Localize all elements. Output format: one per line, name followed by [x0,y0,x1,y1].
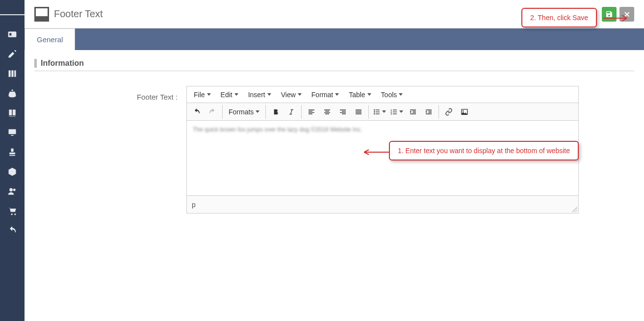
footer-section-icon [34,7,49,22]
editor-text-line: The quick brown fox jumps over the lazy … [193,126,362,133]
nav-media[interactable] [0,123,25,142]
bullet-list-icon [373,108,381,116]
section-title: Information [34,59,634,68]
svg-point-11 [374,111,375,112]
svg-point-7 [9,188,13,191]
menu-format[interactable]: Format [308,88,343,102]
bold-button[interactable] [268,105,283,119]
id-card-icon [7,29,17,39]
image-icon [461,108,468,116]
callout-arrow-1 [364,149,389,156]
money-bag-icon [7,88,17,98]
chevron-down-icon [399,93,403,96]
menu-file[interactable]: File [190,88,215,102]
svg-rect-3 [11,70,13,77]
align-left-icon [308,108,315,116]
callout-step-1: 1. Enter text you want to display at the… [389,141,579,160]
tab-general[interactable]: General [25,28,75,50]
chevron-down-icon [335,93,339,96]
resize-handle[interactable] [571,206,577,212]
numbered-list-icon: 123 [390,108,398,116]
image-button[interactable] [457,105,472,119]
redo-button[interactable] [205,105,220,119]
redo-arrow-icon [208,108,216,116]
menu-view[interactable]: View [277,88,306,102]
users-icon [7,187,17,196]
chevron-down-icon [399,110,403,113]
form-label: Footer Text : [34,86,186,101]
svg-text:3: 3 [391,112,392,115]
bullet-list-dropdown[interactable] [371,106,388,118]
align-right-button[interactable] [335,105,351,119]
cube-icon [7,167,17,177]
svg-rect-20 [393,113,397,114]
nav-pages[interactable] [0,64,25,83]
svg-point-9 [374,109,375,110]
editor-statusbar: p [187,195,578,213]
monitor-icon [7,128,17,137]
chevron-down-icon [207,93,211,96]
italic-button[interactable] [283,105,299,119]
content: Information Footer Text : File Edit Inse… [25,50,644,222]
menu-edit[interactable]: Edit [217,88,242,102]
svg-rect-2 [9,70,11,77]
svg-point-22 [463,110,464,111]
svg-rect-0 [8,31,17,37]
indent-icon [425,108,433,116]
sidebar [0,0,25,321]
columns-icon [7,69,17,79]
align-center-button[interactable] [319,105,335,119]
nav-cart[interactable] [0,201,25,221]
menu-insert[interactable]: Insert [244,88,275,102]
nav-packages[interactable] [0,162,25,182]
nav-money[interactable] [0,83,25,103]
chevron-down-icon [367,93,371,96]
formats-dropdown[interactable]: Formats [225,106,263,118]
align-left-button[interactable] [304,105,319,119]
svg-rect-6 [11,135,14,136]
menu-tools[interactable]: Tools [377,88,407,102]
numbered-list-dropdown[interactable]: 123 [388,106,405,118]
editor-menubar: File Edit Insert View Format Table Tools [187,86,578,103]
nav-forms[interactable] [0,44,25,64]
svg-rect-14 [376,113,380,114]
nav-users[interactable] [0,182,25,201]
page-title: Footer Text [54,8,103,20]
svg-rect-12 [376,111,380,112]
undo-button[interactable] [189,105,205,119]
separator [438,105,439,119]
separator [368,105,369,119]
menu-table[interactable]: Table [345,88,375,102]
menu-toggle[interactable] [0,5,25,25]
editor-toolbar: Formats 123 [187,103,578,121]
element-path[interactable]: p [192,201,196,209]
cart-icon [7,206,17,216]
chevron-down-icon [256,110,259,113]
outdent-icon [409,108,417,116]
bold-icon [272,108,280,116]
svg-rect-18 [393,111,397,112]
align-right-icon [339,108,347,116]
tabbar: General [25,28,644,50]
outdent-button[interactable] [405,105,421,119]
svg-rect-4 [14,70,16,77]
nav-undo[interactable] [0,221,25,241]
svg-rect-5 [9,129,16,134]
svg-point-13 [374,113,375,114]
chevron-down-icon [382,110,386,113]
link-button[interactable] [441,105,457,119]
indent-button[interactable] [421,105,437,119]
book-icon [7,108,17,118]
edit-icon [7,49,17,59]
chevron-down-icon [234,93,238,96]
svg-rect-10 [376,109,380,110]
separator [265,105,266,119]
nav-library[interactable] [0,103,25,123]
section-divider [34,71,634,71]
callout-arrow-2 [603,14,627,23]
nav-approvals[interactable] [0,142,25,162]
chevron-down-icon [298,93,302,96]
align-justify-button[interactable] [351,105,366,119]
undo-icon [7,226,17,236]
nav-dashboard[interactable] [0,25,25,44]
